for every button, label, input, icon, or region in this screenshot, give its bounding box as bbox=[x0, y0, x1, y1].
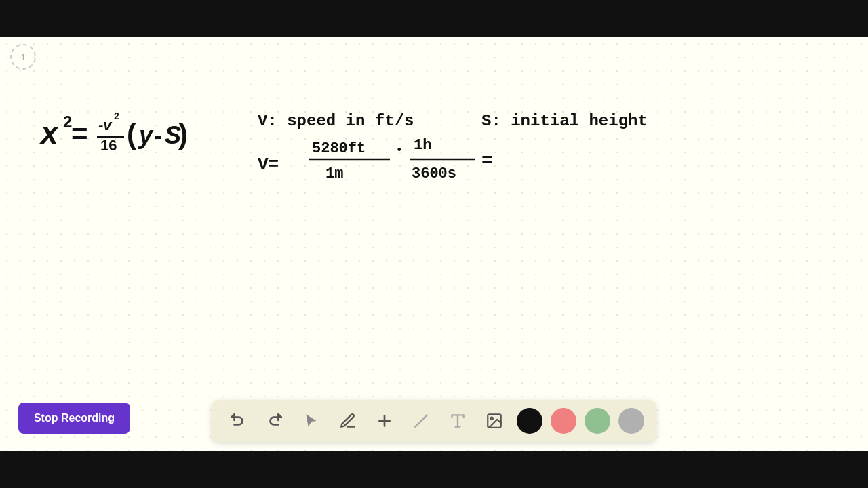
eraser-button[interactable] bbox=[407, 407, 435, 435]
color-pink-button[interactable] bbox=[551, 408, 576, 434]
svg-text:16: 16 bbox=[100, 137, 117, 154]
svg-text:-: - bbox=[154, 121, 162, 149]
svg-text:=: = bbox=[481, 150, 493, 171]
add-button[interactable] bbox=[370, 407, 399, 435]
svg-text:1m: 1m bbox=[326, 165, 343, 182]
svg-text:V: speed in ft/s: V: speed in ft/s bbox=[258, 112, 414, 130]
pen-button[interactable] bbox=[334, 407, 362, 435]
svg-text:V=: V= bbox=[258, 155, 279, 175]
svg-text:=: = bbox=[71, 118, 88, 150]
toolbar bbox=[212, 400, 656, 442]
undo-button[interactable] bbox=[224, 407, 252, 435]
canvas-area: 1 x 2 = -v 2 16 ( y - S ) V: speed in ft… bbox=[0, 37, 868, 451]
color-black-button[interactable] bbox=[517, 408, 542, 434]
svg-text:y: y bbox=[138, 121, 154, 149]
main-equation: x 2 = -v 2 16 ( y - S ) bbox=[37, 102, 248, 165]
page-number: 1 bbox=[10, 44, 36, 70]
stop-recording-button[interactable]: Stop Recording bbox=[18, 403, 130, 434]
svg-text:3600s: 3600s bbox=[412, 165, 456, 182]
color-green-button[interactable] bbox=[585, 408, 610, 434]
svg-line-25 bbox=[415, 415, 427, 426]
svg-text:·: · bbox=[397, 138, 402, 160]
svg-text:-v: -v bbox=[98, 117, 113, 134]
top-bar bbox=[0, 0, 868, 37]
notes-block: V: speed in ft/s S: initial height V= 52… bbox=[251, 102, 712, 199]
svg-text:x: x bbox=[39, 115, 60, 150]
bottom-bar bbox=[0, 451, 868, 488]
svg-text:): ) bbox=[178, 118, 188, 150]
svg-point-29 bbox=[491, 418, 493, 420]
svg-text:1h: 1h bbox=[414, 137, 431, 154]
svg-text:(: ( bbox=[127, 118, 136, 150]
select-button[interactable] bbox=[297, 407, 326, 435]
redo-button[interactable] bbox=[260, 407, 289, 435]
image-button[interactable] bbox=[480, 407, 509, 435]
svg-text:5280ft: 5280ft bbox=[312, 140, 366, 157]
svg-text:2: 2 bbox=[114, 110, 119, 121]
text-button[interactable] bbox=[443, 407, 472, 435]
svg-text:S: initial height: S: initial height bbox=[481, 112, 648, 130]
color-gray-button[interactable] bbox=[618, 408, 644, 434]
